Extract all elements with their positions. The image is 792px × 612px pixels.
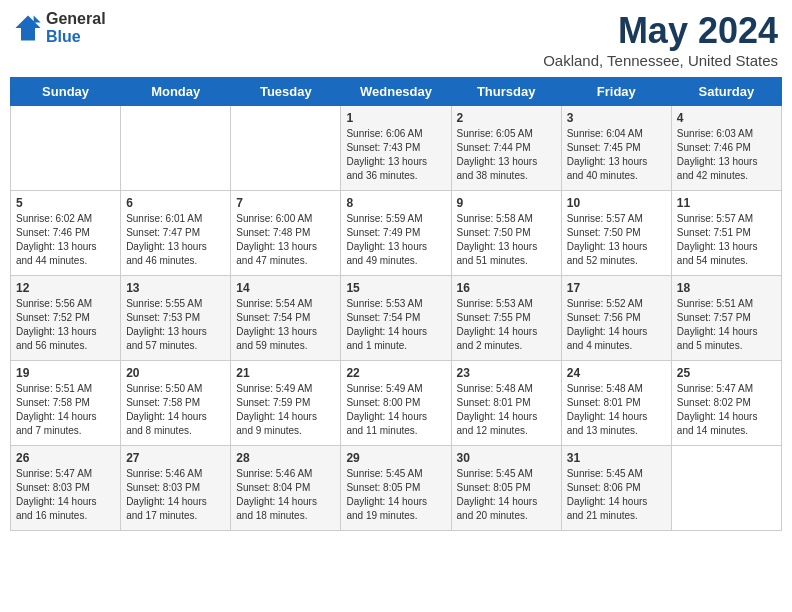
- calendar-cell: 27Sunrise: 5:46 AMSunset: 8:03 PMDayligh…: [121, 446, 231, 531]
- day-info: Sunrise: 5:53 AMSunset: 7:54 PMDaylight:…: [346, 297, 445, 353]
- day-number: 31: [567, 451, 666, 465]
- calendar-cell: 1Sunrise: 6:06 AMSunset: 7:43 PMDaylight…: [341, 106, 451, 191]
- day-number: 12: [16, 281, 115, 295]
- day-number: 5: [16, 196, 115, 210]
- day-number: 7: [236, 196, 335, 210]
- calendar-cell: 19Sunrise: 5:51 AMSunset: 7:58 PMDayligh…: [11, 361, 121, 446]
- calendar-week-row: 12Sunrise: 5:56 AMSunset: 7:52 PMDayligh…: [11, 276, 782, 361]
- day-info: Sunrise: 5:45 AMSunset: 8:05 PMDaylight:…: [457, 467, 556, 523]
- day-info: Sunrise: 5:58 AMSunset: 7:50 PMDaylight:…: [457, 212, 556, 268]
- day-info: Sunrise: 5:57 AMSunset: 7:51 PMDaylight:…: [677, 212, 776, 268]
- logo-blue: Blue: [46, 28, 81, 45]
- weekday-header-friday: Friday: [561, 78, 671, 106]
- calendar-cell: 29Sunrise: 5:45 AMSunset: 8:05 PMDayligh…: [341, 446, 451, 531]
- calendar-cell: 15Sunrise: 5:53 AMSunset: 7:54 PMDayligh…: [341, 276, 451, 361]
- day-info: Sunrise: 5:50 AMSunset: 7:58 PMDaylight:…: [126, 382, 225, 438]
- day-number: 18: [677, 281, 776, 295]
- day-number: 9: [457, 196, 556, 210]
- weekday-header-tuesday: Tuesday: [231, 78, 341, 106]
- weekday-header-sunday: Sunday: [11, 78, 121, 106]
- calendar-cell: 7Sunrise: 6:00 AMSunset: 7:48 PMDaylight…: [231, 191, 341, 276]
- calendar-cell: 26Sunrise: 5:47 AMSunset: 8:03 PMDayligh…: [11, 446, 121, 531]
- title-block: May 2024 Oakland, Tennessee, United Stat…: [543, 10, 778, 69]
- day-info: Sunrise: 5:48 AMSunset: 8:01 PMDaylight:…: [567, 382, 666, 438]
- day-info: Sunrise: 5:59 AMSunset: 7:49 PMDaylight:…: [346, 212, 445, 268]
- day-number: 4: [677, 111, 776, 125]
- day-info: Sunrise: 6:06 AMSunset: 7:43 PMDaylight:…: [346, 127, 445, 183]
- day-number: 13: [126, 281, 225, 295]
- calendar-cell: 31Sunrise: 5:45 AMSunset: 8:06 PMDayligh…: [561, 446, 671, 531]
- calendar-cell: [121, 106, 231, 191]
- calendar-cell: 3Sunrise: 6:04 AMSunset: 7:45 PMDaylight…: [561, 106, 671, 191]
- calendar-header-row: SundayMondayTuesdayWednesdayThursdayFrid…: [11, 78, 782, 106]
- calendar-cell: 25Sunrise: 5:47 AMSunset: 8:02 PMDayligh…: [671, 361, 781, 446]
- day-info: Sunrise: 6:01 AMSunset: 7:47 PMDaylight:…: [126, 212, 225, 268]
- day-number: 21: [236, 366, 335, 380]
- day-info: Sunrise: 5:49 AMSunset: 8:00 PMDaylight:…: [346, 382, 445, 438]
- calendar-cell: 6Sunrise: 6:01 AMSunset: 7:47 PMDaylight…: [121, 191, 231, 276]
- day-info: Sunrise: 5:55 AMSunset: 7:53 PMDaylight:…: [126, 297, 225, 353]
- day-number: 10: [567, 196, 666, 210]
- day-number: 8: [346, 196, 445, 210]
- calendar-cell: 23Sunrise: 5:48 AMSunset: 8:01 PMDayligh…: [451, 361, 561, 446]
- day-info: Sunrise: 5:47 AMSunset: 8:02 PMDaylight:…: [677, 382, 776, 438]
- day-number: 14: [236, 281, 335, 295]
- calendar-cell: 8Sunrise: 5:59 AMSunset: 7:49 PMDaylight…: [341, 191, 451, 276]
- month-title: May 2024: [543, 10, 778, 52]
- calendar-cell: 18Sunrise: 5:51 AMSunset: 7:57 PMDayligh…: [671, 276, 781, 361]
- day-info: Sunrise: 5:51 AMSunset: 7:58 PMDaylight:…: [16, 382, 115, 438]
- calendar-cell: 14Sunrise: 5:54 AMSunset: 7:54 PMDayligh…: [231, 276, 341, 361]
- day-info: Sunrise: 6:03 AMSunset: 7:46 PMDaylight:…: [677, 127, 776, 183]
- day-number: 25: [677, 366, 776, 380]
- logo-general: General: [46, 10, 106, 27]
- day-info: Sunrise: 6:04 AMSunset: 7:45 PMDaylight:…: [567, 127, 666, 183]
- day-number: 15: [346, 281, 445, 295]
- calendar-cell: 28Sunrise: 5:46 AMSunset: 8:04 PMDayligh…: [231, 446, 341, 531]
- calendar-week-row: 1Sunrise: 6:06 AMSunset: 7:43 PMDaylight…: [11, 106, 782, 191]
- calendar-cell: 30Sunrise: 5:45 AMSunset: 8:05 PMDayligh…: [451, 446, 561, 531]
- day-info: Sunrise: 5:45 AMSunset: 8:06 PMDaylight:…: [567, 467, 666, 523]
- day-info: Sunrise: 5:54 AMSunset: 7:54 PMDaylight:…: [236, 297, 335, 353]
- calendar-cell: 4Sunrise: 6:03 AMSunset: 7:46 PMDaylight…: [671, 106, 781, 191]
- day-number: 11: [677, 196, 776, 210]
- calendar-cell: 20Sunrise: 5:50 AMSunset: 7:58 PMDayligh…: [121, 361, 231, 446]
- day-number: 29: [346, 451, 445, 465]
- day-info: Sunrise: 6:00 AMSunset: 7:48 PMDaylight:…: [236, 212, 335, 268]
- day-info: Sunrise: 5:45 AMSunset: 8:05 PMDaylight:…: [346, 467, 445, 523]
- calendar-cell: [671, 446, 781, 531]
- day-info: Sunrise: 5:52 AMSunset: 7:56 PMDaylight:…: [567, 297, 666, 353]
- day-number: 17: [567, 281, 666, 295]
- day-number: 2: [457, 111, 556, 125]
- page-header: General Blue May 2024 Oakland, Tennessee…: [10, 10, 782, 69]
- calendar-cell: [11, 106, 121, 191]
- day-number: 23: [457, 366, 556, 380]
- calendar-cell: 9Sunrise: 5:58 AMSunset: 7:50 PMDaylight…: [451, 191, 561, 276]
- day-number: 16: [457, 281, 556, 295]
- day-info: Sunrise: 5:51 AMSunset: 7:57 PMDaylight:…: [677, 297, 776, 353]
- day-info: Sunrise: 6:02 AMSunset: 7:46 PMDaylight:…: [16, 212, 115, 268]
- calendar-cell: 24Sunrise: 5:48 AMSunset: 8:01 PMDayligh…: [561, 361, 671, 446]
- day-number: 6: [126, 196, 225, 210]
- day-info: Sunrise: 5:56 AMSunset: 7:52 PMDaylight:…: [16, 297, 115, 353]
- day-number: 20: [126, 366, 225, 380]
- day-number: 19: [16, 366, 115, 380]
- calendar-table: SundayMondayTuesdayWednesdayThursdayFrid…: [10, 77, 782, 531]
- day-number: 1: [346, 111, 445, 125]
- logo: General Blue: [14, 10, 106, 46]
- calendar-cell: 12Sunrise: 5:56 AMSunset: 7:52 PMDayligh…: [11, 276, 121, 361]
- day-number: 28: [236, 451, 335, 465]
- day-number: 22: [346, 366, 445, 380]
- calendar-week-row: 5Sunrise: 6:02 AMSunset: 7:46 PMDaylight…: [11, 191, 782, 276]
- day-number: 27: [126, 451, 225, 465]
- day-number: 30: [457, 451, 556, 465]
- weekday-header-wednesday: Wednesday: [341, 78, 451, 106]
- calendar-week-row: 26Sunrise: 5:47 AMSunset: 8:03 PMDayligh…: [11, 446, 782, 531]
- calendar-cell: 16Sunrise: 5:53 AMSunset: 7:55 PMDayligh…: [451, 276, 561, 361]
- weekday-header-thursday: Thursday: [451, 78, 561, 106]
- calendar-cell: 2Sunrise: 6:05 AMSunset: 7:44 PMDaylight…: [451, 106, 561, 191]
- location: Oakland, Tennessee, United States: [543, 52, 778, 69]
- day-info: Sunrise: 5:53 AMSunset: 7:55 PMDaylight:…: [457, 297, 556, 353]
- day-info: Sunrise: 5:57 AMSunset: 7:50 PMDaylight:…: [567, 212, 666, 268]
- day-info: Sunrise: 5:48 AMSunset: 8:01 PMDaylight:…: [457, 382, 556, 438]
- day-number: 26: [16, 451, 115, 465]
